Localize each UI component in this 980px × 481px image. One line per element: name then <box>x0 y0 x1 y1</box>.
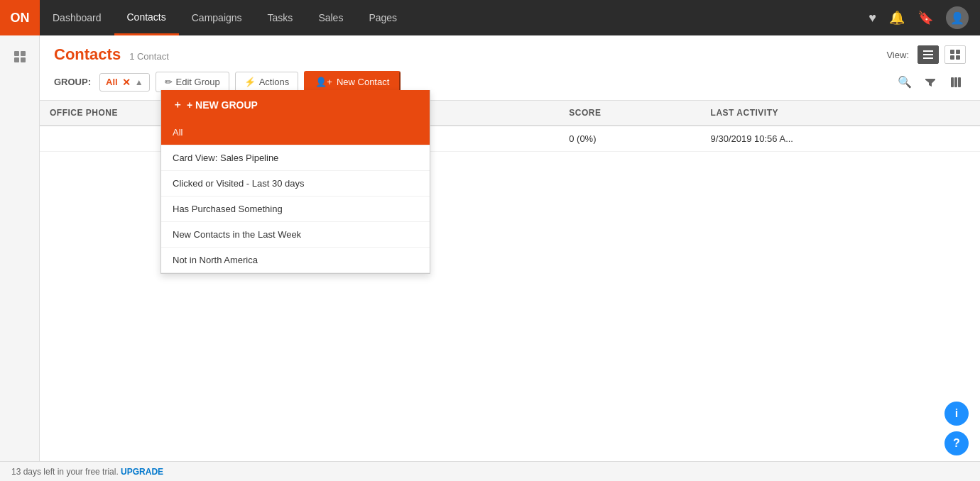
toolbar-right: 🔍 <box>895 72 966 92</box>
cell-last-activity: 9/30/2019 10:56 A... <box>701 126 980 152</box>
trial-text: 13 days left in your free trial. <box>11 467 119 477</box>
upgrade-link[interactable]: UPGRADE <box>121 467 163 477</box>
info-button[interactable]: i <box>944 402 969 426</box>
view-toggle: View: <box>886 45 966 64</box>
user-avatar[interactable]: 👤 <box>946 6 969 29</box>
nav-item-tasks[interactable]: Tasks <box>255 0 306 35</box>
svg-rect-1 <box>21 51 26 56</box>
group-chevron-icon[interactable]: ▲ <box>135 77 143 87</box>
svg-rect-12 <box>954 77 957 87</box>
dropdown-item-has-purchased[interactable]: Has Purchased Something <box>161 197 430 222</box>
toolbar: GROUP: All ✕ ▲ ＋ + NEW GROUP All <box>40 64 980 101</box>
svg-rect-6 <box>923 57 933 59</box>
app-logo[interactable]: ON <box>0 0 40 35</box>
group-select-box[interactable]: All ✕ ▲ <box>99 73 150 92</box>
filter-icon[interactable] <box>920 72 940 92</box>
contact-count: 1 Contact <box>129 51 169 62</box>
svg-rect-4 <box>923 50 933 52</box>
dropdown-item-new-contacts[interactable]: New Contacts in the Last Week <box>161 222 430 248</box>
svg-rect-9 <box>950 55 954 60</box>
view-label: View: <box>886 50 909 60</box>
nav-items-list: Dashboard Contacts Campaigns Tasks Sales… <box>40 0 869 35</box>
top-navigation: ON Dashboard Contacts Campaigns Tasks Sa… <box>0 0 980 35</box>
card-view-button[interactable] <box>944 45 966 64</box>
group-clear-icon[interactable]: ✕ <box>122 77 131 88</box>
svg-rect-10 <box>956 55 960 60</box>
svg-rect-5 <box>923 54 933 55</box>
svg-rect-0 <box>14 51 19 56</box>
actions-icon: ⚡ <box>244 77 256 87</box>
nav-right-icons: ♥ 🔔 🔖 👤 <box>869 6 980 29</box>
svg-rect-8 <box>956 50 960 54</box>
new-group-label: + NEW GROUP <box>187 99 258 111</box>
svg-rect-2 <box>14 57 19 62</box>
sidebar <box>0 35 40 461</box>
col-score[interactable]: SCORE <box>559 101 700 126</box>
dropdown-item-card-view[interactable]: Card View: Sales Pipeline <box>161 145 430 171</box>
svg-rect-3 <box>21 57 26 62</box>
group-select-value: All <box>106 77 118 87</box>
dropdown-item-all[interactable]: All <box>161 120 430 145</box>
page-title-area: Contacts 1 Contact <box>54 45 169 64</box>
new-group-plus-icon: ＋ <box>173 99 183 111</box>
favorites-icon[interactable]: ♥ <box>869 11 876 26</box>
dropdown-item-not-north-america[interactable]: Not in North America <box>161 248 430 273</box>
main-content: Contacts 1 Contact View: <box>0 35 980 461</box>
nav-item-dashboard[interactable]: Dashboard <box>40 0 114 35</box>
group-selector: All ✕ ▲ ＋ + NEW GROUP All Card View: Sal… <box>99 73 150 92</box>
bookmark-icon[interactable]: 🔖 <box>918 10 933 26</box>
list-view-button[interactable] <box>918 45 939 64</box>
new-contact-icon: 👤+ <box>315 77 332 87</box>
notifications-icon[interactable]: 🔔 <box>889 10 905 26</box>
svg-rect-7 <box>950 50 954 54</box>
page-header: Contacts 1 Contact View: <box>40 35 980 64</box>
sidebar-grid-icon[interactable] <box>7 44 33 70</box>
svg-rect-11 <box>951 77 954 87</box>
nav-item-sales[interactable]: Sales <box>305 0 356 35</box>
dropdown-item-clicked-visited[interactable]: Clicked or Visited - Last 30 days <box>161 171 430 197</box>
new-group-item[interactable]: ＋ + NEW GROUP <box>161 90 430 120</box>
group-label: GROUP: <box>54 77 91 87</box>
floating-buttons: i ? <box>944 402 969 455</box>
page-title: Contacts <box>54 45 121 64</box>
columns-icon[interactable] <box>946 72 966 92</box>
cell-score: 0 (0%) <box>559 126 700 152</box>
content-panel: Contacts 1 Contact View: <box>40 35 980 461</box>
nav-item-campaigns[interactable]: Campaigns <box>179 0 255 35</box>
nav-item-pages[interactable]: Pages <box>356 0 410 35</box>
nav-item-contacts[interactable]: Contacts <box>114 0 179 35</box>
footer: 13 days left in your free trial. UPGRADE <box>0 461 980 481</box>
search-icon[interactable]: 🔍 <box>895 72 915 92</box>
edit-icon: ✏ <box>165 77 173 87</box>
help-button[interactable]: ? <box>944 431 969 455</box>
group-dropdown-menu: ＋ + NEW GROUP All Card View: Sales Pipel… <box>160 90 430 274</box>
svg-rect-13 <box>958 77 961 87</box>
col-last-activity[interactable]: LAST ACTIVITY <box>701 101 980 126</box>
